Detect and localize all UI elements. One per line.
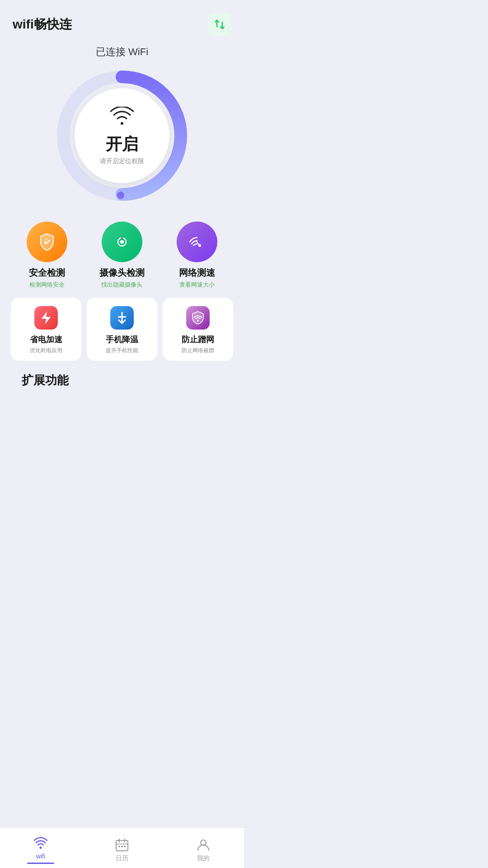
camera-circle (102, 222, 142, 262)
feature-cooling[interactable]: 手机降温 提升手机性能 (87, 298, 157, 361)
donut-sub-text: 请开启定位权限 (100, 157, 144, 165)
feature-cooling-name: 手机降温 (106, 334, 138, 345)
donut-chart[interactable]: 开启 请开启定位权限 (50, 63, 194, 208)
svg-point-5 (121, 237, 123, 240)
feature-battery-desc: 优化耗电应用 (30, 347, 62, 354)
feature-camera-desc: 找出隐藏摄像头 (101, 281, 142, 289)
wifi-status-text: 已连接 WiFi (0, 45, 244, 59)
safety-circle (27, 222, 67, 262)
donut-main-text: 开启 (106, 133, 138, 156)
feature-camera[interactable]: 摄像头检测 找出隐藏摄像头 (99, 222, 145, 289)
battery-icon-bg (34, 306, 58, 330)
app-title: wifi畅快连 (13, 16, 72, 33)
donut-inner: 开启 请开启定位权限 (75, 88, 169, 183)
header: wifi畅快连 (0, 0, 244, 41)
partial-section-text: 扩展功能 (11, 368, 233, 388)
feature-antileech-desc: 防止网络被蹭 (182, 347, 214, 354)
feature-safety-name: 安全检测 (29, 267, 65, 279)
feature-battery-name: 省电加速 (30, 334, 62, 345)
feature-battery[interactable]: 省电加速 优化耗电应用 (11, 298, 81, 361)
feature-circles-row: 安全检测 检测网络安全 摄像头检测 找出隐藏摄像头 (11, 222, 233, 289)
cooling-icon-bg (110, 306, 134, 330)
feature-camera-name: 摄像头检测 (99, 267, 145, 279)
wifi-shield-icon (191, 311, 205, 325)
feature-cards-row: 省电加速 优化耗电应用 手机降温 提升手机性能 (11, 298, 233, 361)
speedometer-icon (187, 232, 207, 252)
feature-speed-name: 网络测速 (179, 267, 215, 279)
svg-line-7 (196, 241, 200, 245)
feature-antileech-name: 防止蹭网 (182, 334, 214, 345)
exchange-button[interactable] (208, 13, 231, 36)
feature-antileech[interactable]: 防止蹭网 防止网络被蹭 (163, 298, 233, 361)
feature-speed[interactable]: 网络测速 查看网速大小 (177, 222, 217, 289)
features-section: 安全检测 检测网络安全 摄像头检测 找出隐藏摄像头 (0, 217, 244, 388)
camera-icon (112, 232, 132, 252)
feature-safety-desc: 检测网络安全 (29, 281, 65, 289)
svg-point-8 (197, 320, 199, 321)
antileech-icon-bg (186, 306, 210, 330)
svg-point-2 (117, 192, 124, 199)
feature-cooling-desc: 提升手机性能 (106, 347, 138, 354)
exchange-icon (213, 18, 226, 31)
shield-icon (37, 232, 57, 252)
svg-point-4 (120, 240, 124, 244)
speed-circle (177, 222, 217, 262)
lightning-icon (40, 311, 52, 325)
feature-safety[interactable]: 安全检测 检测网络安全 (27, 222, 67, 289)
feature-speed-desc: 查看网速大小 (179, 281, 215, 289)
wifi-symbol (110, 106, 134, 131)
snowflake-icon (116, 311, 128, 325)
